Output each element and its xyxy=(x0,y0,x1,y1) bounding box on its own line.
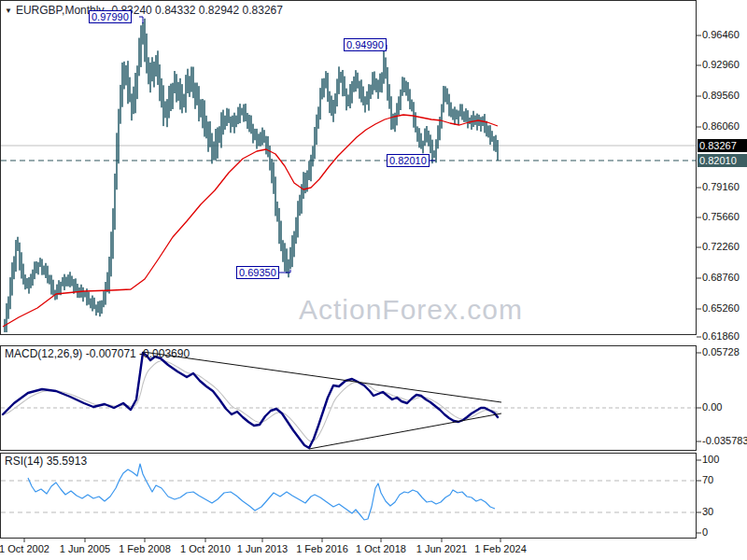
macd-indicator-label: MACD(12,26,9) -0.007071 -0.003690 xyxy=(5,347,190,360)
rsi-axis-label: 100 xyxy=(702,454,719,466)
x-axis-date-label: 1 Feb 2024 xyxy=(474,543,527,555)
price-axis-label: 0.86060 xyxy=(702,120,740,133)
chart-canvas[interactable] xyxy=(0,0,747,560)
dropdown-triangle-icon[interactable]: ▼ xyxy=(5,7,12,15)
x-axis-date-label: 1 Oct 2018 xyxy=(356,543,406,555)
price-axis-label: 0.75660 xyxy=(702,211,740,223)
x-axis-date-label: 1 Feb 2016 xyxy=(296,543,348,555)
ohlc-values: 0.83240 0.84332 0.82942 0.83267 xyxy=(111,4,283,17)
price-axis-label: 0.79160 xyxy=(702,181,740,193)
price-annotation: 0.97990 xyxy=(89,10,132,23)
price-annotation: 0.69350 xyxy=(236,266,279,279)
price-axis-label: 0.72260 xyxy=(702,241,740,253)
macd-axis-label: -0.035783 xyxy=(702,435,747,447)
chart-header: ▼EURGBP,Monthly0.83240 0.84332 0.82942 0… xyxy=(5,4,283,17)
price-annotation: 0.94990 xyxy=(344,38,387,51)
support-price-label: 0.82010 xyxy=(698,154,747,167)
rsi-axis-label: 0 xyxy=(702,526,708,539)
x-axis-date-label: 1 Jun 2021 xyxy=(416,543,467,555)
macd-axis-label: 0.05728 xyxy=(702,346,740,358)
price-axis-label: 0.89560 xyxy=(702,90,740,102)
price-axis-label: 0.65260 xyxy=(702,302,740,315)
price-annotation: 0.82010 xyxy=(387,154,430,167)
current-price-label: 0.83267 xyxy=(698,139,747,152)
price-axis-label: 0.96460 xyxy=(702,29,740,41)
price-axis-label: 0.61860 xyxy=(702,330,740,343)
macd-axis-label: 0.00 xyxy=(702,401,722,413)
rsi-axis-label: 70 xyxy=(702,474,713,486)
x-axis-date-label: 1 Feb 2008 xyxy=(119,543,171,555)
x-axis-date-label: 1 Jun 2013 xyxy=(237,543,288,555)
x-axis-date-label: 1 Oct 2010 xyxy=(180,543,231,555)
chart-window: ▼EURGBP,Monthly0.83240 0.84332 0.82942 0… xyxy=(0,0,747,560)
rsi-indicator-label: RSI(14) 35.5913 xyxy=(5,455,87,468)
x-axis-date-label: 1 Jun 2005 xyxy=(60,543,110,555)
watermark-text: ActionForex.com xyxy=(299,294,523,326)
rsi-axis-label: 30 xyxy=(702,506,713,518)
price-axis-label: 0.92960 xyxy=(702,59,740,71)
x-axis-date-label: 1 Oct 2002 xyxy=(0,543,49,555)
price-axis-label: 0.68760 xyxy=(702,272,740,284)
